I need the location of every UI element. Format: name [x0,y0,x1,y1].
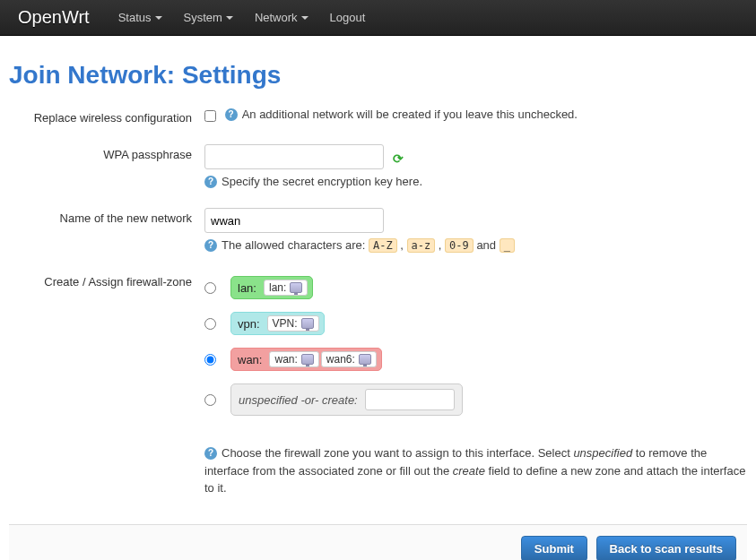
network-port-icon [301,318,314,329]
row-replace: Replace wireless configuration ?An addit… [9,108,747,125]
zone-badge-vpn: vpn: VPN: [230,312,325,335]
chevron-down-icon [301,16,308,20]
nav-network[interactable]: Network [244,2,319,33]
zone-radio-unspecified[interactable] [204,394,216,406]
iface-chip: wan: [269,351,318,367]
zone-radio-vpn[interactable] [204,318,216,330]
zone-radio-lan[interactable] [204,282,216,294]
replace-checkbox[interactable] [204,110,216,122]
row-netname: Name of the new network ?The allowed cha… [9,208,747,252]
chevron-down-icon [226,16,233,20]
nav-status[interactable]: Status [108,2,173,33]
iface-chip: wan6: [321,351,377,367]
footer-bar: Submit Back to scan results [9,524,747,561]
help-icon[interactable]: ? [204,447,217,460]
iface-chip: lan: [264,280,308,296]
passphrase-hint: Specify the secret encryption key here. [222,175,422,188]
label-replace: Replace wireless configuration [9,108,204,125]
replace-hint: An additional network will be created if… [242,108,578,121]
navbar: OpenWrt Status System Network Logout [0,0,756,36]
submit-button[interactable]: Submit [521,536,587,561]
zone-badge-wan: wan: wan: wan6: [230,348,382,371]
zone-badge-lan: lan: lan: [230,276,313,299]
zone-hint: ?Choose the firewall zone you want to as… [204,444,747,497]
netname-hint: ?The allowed characters are: A-Z , a-z ,… [204,238,747,252]
zone-option-vpn[interactable]: vpn: VPN: [204,312,747,335]
network-port-icon [359,354,371,365]
help-icon[interactable]: ? [204,239,217,252]
zone-option-wan[interactable]: wan: wan: wan6: [204,348,747,371]
label-passphrase: WPA passphrase [9,144,204,161]
nav-system[interactable]: System [173,2,244,33]
row-zone: Create / Assign firewall-zone lan: lan: … [9,271,747,497]
back-button[interactable]: Back to scan results [596,536,736,561]
netname-input[interactable] [204,208,384,233]
zone-radio-wan[interactable] [204,354,216,366]
label-zone: Create / Assign firewall-zone [9,271,204,289]
nav-logout[interactable]: Logout [319,2,377,33]
zone-create-input[interactable] [365,389,455,410]
iface-chip: VPN: [267,315,319,332]
row-passphrase: WPA passphrase ?Specify the secret encry… [9,144,747,188]
help-icon[interactable]: ? [225,108,238,121]
zone-badge-unspecified: unspecified -or- create: [230,383,463,416]
brand: OpenWrt [18,7,90,28]
network-port-icon [301,354,314,365]
chevron-down-icon [155,16,162,20]
passphrase-input[interactable] [204,144,384,169]
zone-option-lan[interactable]: lan: lan: [204,276,747,299]
network-port-icon [290,282,302,293]
zone-option-unspecified[interactable]: unspecified -or- create: [204,383,747,416]
reveal-password-icon[interactable] [393,151,405,164]
help-icon[interactable]: ? [204,176,217,188]
label-netname: Name of the new network [9,208,204,225]
page-title: Join Network: Settings [9,61,747,90]
